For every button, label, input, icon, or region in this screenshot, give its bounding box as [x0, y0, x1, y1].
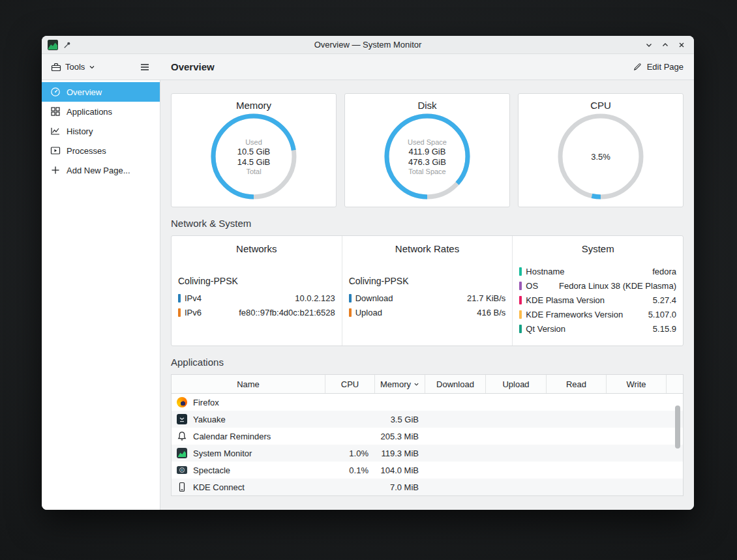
sensor-row: Upload 416 B/s: [349, 305, 506, 319]
sidebar-item-history[interactable]: History: [42, 121, 160, 141]
app-name: Spectacle: [193, 465, 230, 475]
sensor-value: 21.7 KiB/s: [462, 293, 505, 303]
system-monitor-window: Overview — System Monitor Tools: [42, 36, 694, 510]
sidebar: Overview Applications History Processes: [42, 80, 160, 510]
sensor-color-bar: [178, 308, 181, 317]
gauge-top-label: Used Space: [408, 138, 447, 146]
sensor-row: Qt Version 5.15.9: [519, 321, 676, 336]
table-row[interactable]: Yakuake 3.5 GiB: [172, 411, 683, 428]
sensor-color-bar: [519, 282, 522, 290]
system-title: System: [519, 243, 676, 254]
processes-icon: [50, 145, 61, 156]
network-rates-title: Network Rates: [349, 243, 506, 254]
sidebar-item-applications[interactable]: Applications: [42, 102, 160, 121]
vertical-scrollbar[interactable]: [675, 405, 680, 449]
sensor-color-bar: [349, 294, 352, 302]
bell-icon: [177, 431, 187, 441]
table-row[interactable]: KDE Connect 7.0 MiB: [172, 479, 683, 495]
system-monitor-app-icon[interactable]: [48, 40, 58, 50]
pin-icon[interactable]: [63, 40, 72, 50]
column-header-write[interactable]: Write: [607, 375, 667, 393]
sensor-row: Download 21.7 KiB/s: [349, 291, 506, 305]
column-header-upload[interactable]: Upload: [486, 375, 547, 393]
sensor-color-bar: [519, 267, 522, 276]
column-header-read[interactable]: Read: [547, 375, 607, 393]
sensor-label: Hostname: [526, 267, 564, 276]
plus-icon: [50, 165, 61, 175]
sidebar-item-processes[interactable]: Processes: [42, 141, 160, 160]
sensor-label: Download: [355, 293, 393, 303]
sensor-color-bar: [349, 308, 352, 317]
sensor-color-bar: [178, 294, 181, 302]
table-row[interactable]: Calendar Reminders 205.3 MiB: [172, 428, 683, 445]
column-header-name[interactable]: Name: [172, 375, 325, 393]
gauge-icon: [50, 87, 61, 97]
table-row[interactable]: System Monitor 1.0% 119.3 MiB: [172, 445, 683, 462]
maximize-button[interactable]: [660, 40, 670, 50]
chevron-down-icon: [89, 64, 95, 70]
minimize-button[interactable]: [644, 40, 654, 50]
yakuake-icon: [177, 414, 187, 424]
sidebar-item-label: Overview: [67, 87, 102, 97]
sensor-row: IPv6 fe80::97fb:4d0c:b21:6528: [178, 305, 335, 319]
sidebar-item-label: Applications: [67, 107, 112, 117]
spectacle-icon: [177, 465, 187, 475]
page-title: Overview: [171, 61, 215, 72]
column-header-cpu[interactable]: CPU: [325, 375, 375, 393]
toolbar: Tools Overview Edit Page: [42, 54, 694, 80]
gauge-used-value: 10.5 GiB: [237, 147, 271, 156]
gauge-center-value: 3.5%: [591, 152, 610, 162]
hamburger-menu-icon[interactable]: [140, 62, 150, 72]
close-button[interactable]: [676, 40, 687, 50]
gauge-top-label: Used: [245, 138, 262, 146]
network-rates-column: Network Rates Coliving-PPSK Download 21.…: [342, 236, 513, 346]
tools-menu-button[interactable]: Tools: [51, 62, 95, 72]
sidebar-item-overview[interactable]: Overview: [42, 82, 160, 102]
column-header-download[interactable]: Download: [425, 375, 486, 393]
table-row[interactable]: Firefox: [172, 394, 683, 411]
sensor-label: OS: [526, 281, 538, 291]
pencil-icon: [633, 62, 643, 72]
sensor-label: KDE Plasma Version: [526, 295, 605, 305]
column-header-gutter: [667, 375, 683, 393]
kdeconnect-icon: [177, 482, 187, 492]
app-name: Calendar Reminders: [193, 432, 271, 441]
sensor-label: Qt Version: [526, 324, 565, 334]
table-row[interactable]: Spectacle 0.1% 104.0 MiB: [172, 462, 683, 479]
column-header-memory[interactable]: Memory: [375, 375, 425, 393]
sensor-row: Hostname fedora: [519, 264, 676, 278]
network-group-label: Coliving-PPSK: [178, 276, 335, 286]
applications-table: Name CPU Memory Download Upload Read Wri…: [171, 374, 684, 496]
tools-label: Tools: [65, 62, 85, 72]
sensor-color-bar: [519, 296, 522, 304]
sidebar-item-label: History: [67, 126, 93, 136]
firefox-icon: [177, 397, 187, 407]
sensor-row: OS Fedora Linux 38 (KDE Plasma): [519, 278, 676, 293]
sensor-color-bar: [519, 310, 522, 319]
system-monitor-icon: [177, 448, 187, 458]
sensor-label: Upload: [355, 308, 382, 317]
sensor-value: 10.0.2.123: [290, 293, 335, 303]
titlebar[interactable]: Overview — System Monitor: [42, 36, 694, 54]
gauge-bottom-label: Total Space: [408, 168, 445, 175]
sidebar-item-add-new-page[interactable]: Add New Page...: [42, 160, 160, 180]
app-name: System Monitor: [193, 449, 252, 458]
main-content: Memory Used 10.5 GiB 14.5 GiB Total: [160, 80, 694, 510]
sensor-row: IPv4 10.0.2.123: [178, 291, 335, 305]
sensor-value: 416 B/s: [472, 308, 505, 317]
applications-heading: Applications: [171, 357, 684, 368]
sensor-label: KDE Frameworks Version: [526, 310, 623, 319]
edit-page-button[interactable]: Edit Page: [633, 62, 684, 72]
sensor-value: Fedora Linux 38 (KDE Plasma): [554, 281, 676, 291]
app-name: Yakuake: [193, 415, 226, 424]
window-title: Overview — System Monitor: [42, 40, 694, 50]
networks-column: Networks Coliving-PPSK IPv4 10.0.2.123 I…: [172, 236, 342, 346]
table-header: Name CPU Memory Download Upload Read Wri…: [172, 375, 683, 394]
sidebar-item-label: Processes: [67, 146, 106, 156]
sensor-value: 5.27.4: [648, 295, 676, 305]
sensor-value: fe80::97fb:4d0c:b21:6528: [233, 308, 335, 317]
system-column: System Hostname fedora OS Fedora Linux 3…: [512, 236, 683, 346]
gauge-total-value: 14.5 GiB: [237, 157, 271, 167]
network-system-heading: Network & System: [171, 218, 684, 229]
gauge-bottom-label: Total: [246, 168, 261, 175]
